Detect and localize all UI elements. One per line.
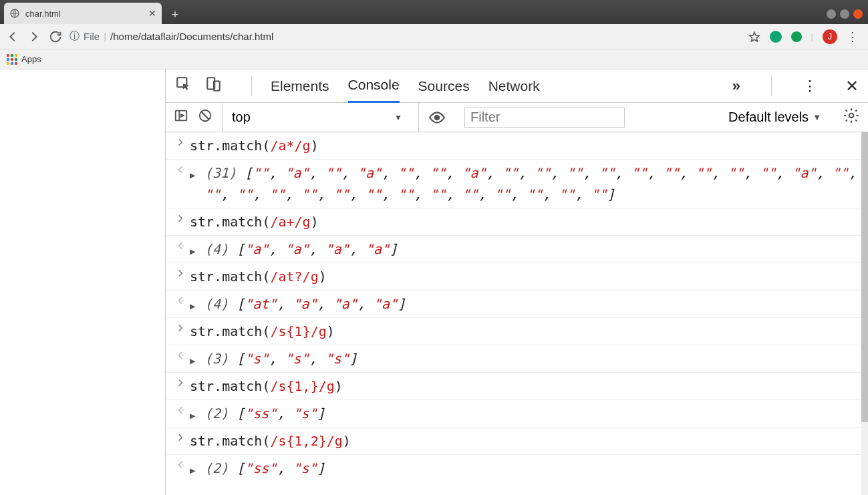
window-titlebar: char.html ✕ +: [0, 0, 868, 24]
input-caret-icon: [171, 430, 190, 442]
console-prompt[interactable]: ›: [166, 482, 868, 495]
scrollbar[interactable]: [861, 132, 868, 495]
output-caret-icon: [171, 293, 190, 305]
console-result: (31) ["", "a", "", "a", "", "", "a", "",…: [204, 162, 861, 205]
output-caret-icon: [171, 238, 190, 251]
filter-input[interactable]: [464, 108, 625, 128]
console-result: (4) ["at", "a", "a", "a"]: [204, 293, 406, 315]
bookmark-star-icon[interactable]: [748, 31, 760, 43]
log-levels-selector[interactable]: Default levels ▼: [728, 110, 821, 125]
expand-triangle-icon[interactable]: ▶: [190, 403, 203, 423]
url-input[interactable]: ⓘ File | /home/dataflair/Documents/char.…: [69, 30, 742, 43]
live-expression-icon[interactable]: [418, 103, 455, 132]
apps-icon[interactable]: [7, 54, 17, 65]
console-expression: str.match(/s{1}/g): [190, 321, 335, 342]
tab-title: char.html: [25, 9, 143, 19]
expand-triangle-icon[interactable]: ▶: [190, 293, 203, 313]
site-info-icon[interactable]: ⓘ: [69, 30, 80, 43]
output-caret-icon: [171, 458, 190, 470]
expand-triangle-icon[interactable]: ▶: [190, 458, 203, 478]
toggle-device-icon[interactable]: [204, 75, 222, 96]
content-area: Elements Console Sources Network » ⋮ ✕ t…: [0, 69, 868, 495]
tab-elements[interactable]: Elements: [271, 69, 329, 103]
profile-avatar[interactable]: J: [823, 29, 837, 44]
url-path: /home/dataflair/Documents/char.html: [110, 31, 273, 42]
avatar-initial: J: [828, 32, 832, 41]
console-input-row[interactable]: str.match(/a*/g): [166, 132, 868, 159]
console-output[interactable]: str.match(/a*/g)▶(31) ["", "a", "", "a",…: [166, 132, 868, 495]
levels-label: Default levels: [728, 110, 809, 125]
expand-triangle-icon[interactable]: ▶: [190, 238, 203, 259]
svg-point-7: [849, 114, 854, 118]
maximize-icon[interactable]: [840, 9, 849, 19]
forward-button[interactable]: [27, 29, 41, 44]
apps-label[interactable]: Apps: [21, 54, 41, 64]
tab-network[interactable]: Network: [488, 69, 540, 103]
chevron-down-icon: ▼: [394, 113, 402, 122]
console-expression: str.match(/a*/g): [190, 135, 319, 156]
console-input-row[interactable]: str.match(/at?/g): [166, 263, 868, 290]
console-expression: str.match(/s{1,2}/g): [190, 430, 351, 452]
input-caret-icon: [171, 375, 190, 387]
output-caret-icon: [171, 162, 190, 174]
console-output-row[interactable]: ▶(3) ["s", "s", "s"]: [166, 345, 868, 372]
chevron-down-icon: ▼: [813, 112, 821, 122]
url-separator: |: [104, 31, 106, 42]
console-expression: str.match(/a+/g): [190, 211, 319, 232]
extension-icon-green[interactable]: [791, 31, 802, 42]
url-scheme-label: File: [84, 31, 100, 42]
scrollbar-thumb[interactable]: [861, 132, 868, 422]
expand-triangle-icon[interactable]: ▶: [190, 162, 203, 182]
devtools-panel: Elements Console Sources Network » ⋮ ✕ t…: [166, 69, 868, 495]
context-label: top: [232, 110, 251, 125]
svg-point-13: [182, 464, 184, 466]
console-output-row[interactable]: ▶(4) ["a", "a", "a", "a"]: [166, 235, 868, 263]
extension-icon-grammarly[interactable]: [770, 31, 782, 43]
input-caret-icon: [171, 266, 190, 278]
console-result: (4) ["a", "a", "a", "a"]: [204, 238, 398, 260]
console-expression: str.match(/at?/g): [190, 266, 327, 287]
console-sidebar-toggle-icon[interactable]: [174, 108, 188, 126]
tab-console[interactable]: Console: [348, 69, 400, 103]
devtools-tabbar: Elements Console Sources Network » ⋮ ✕: [166, 69, 868, 103]
devtools-close-icon[interactable]: ✕: [845, 77, 859, 96]
console-result: (2) ["ss", "s"]: [204, 403, 325, 424]
expand-triangle-icon[interactable]: ▶: [190, 348, 203, 368]
console-toolbar: top ▼ Default levels ▼: [166, 103, 868, 132]
context-selector[interactable]: top ▼: [222, 103, 409, 132]
close-tab-icon[interactable]: ✕: [148, 8, 156, 19]
svg-point-11: [182, 355, 184, 356]
console-settings-icon[interactable]: [843, 107, 860, 128]
svg-point-10: [182, 300, 184, 301]
bookmarks-bar: Apps: [0, 49, 868, 69]
globe-icon: [9, 8, 20, 19]
console-output-row[interactable]: ▶(31) ["", "a", "", "a", "", "", "a", ""…: [166, 159, 868, 208]
svg-point-6: [435, 115, 440, 120]
svg-point-8: [182, 169, 184, 170]
rendered-page: [0, 69, 166, 495]
window-controls: [827, 9, 868, 24]
console-input-row[interactable]: str.match(/s{1}/g): [166, 317, 868, 345]
console-output-row[interactable]: ▶(4) ["at", "a", "a", "a"]: [166, 290, 868, 317]
input-caret-icon: [171, 211, 190, 223]
clear-console-icon[interactable]: [198, 108, 212, 126]
console-input-row[interactable]: str.match(/a+/g): [166, 208, 868, 235]
back-button[interactable]: [5, 29, 20, 44]
new-tab-button[interactable]: +: [166, 5, 184, 24]
browser-tab[interactable]: char.html ✕: [4, 3, 162, 24]
console-output-row[interactable]: ▶(2) ["ss", "s"]: [166, 454, 868, 482]
console-output-row[interactable]: ▶(2) ["ss", "s"]: [166, 399, 868, 427]
console-input-row[interactable]: str.match(/s{1,2}/g): [166, 427, 868, 454]
minimize-icon[interactable]: [827, 9, 836, 19]
console-input-row[interactable]: str.match(/s{1,}/g): [166, 372, 868, 399]
close-window-icon[interactable]: [853, 9, 863, 19]
reload-button[interactable]: [48, 29, 63, 44]
browser-menu-icon[interactable]: ⋮: [847, 31, 859, 43]
devtools-menu-icon[interactable]: ⋮: [803, 77, 817, 95]
inspect-element-icon[interactable]: [175, 75, 192, 96]
console-expression: str.match(/s{1,}/g): [190, 375, 343, 397]
tab-sources[interactable]: Sources: [418, 69, 470, 103]
svg-point-9: [182, 245, 184, 246]
output-caret-icon: [171, 348, 190, 360]
tab-overflow-icon[interactable]: »: [732, 77, 740, 95]
